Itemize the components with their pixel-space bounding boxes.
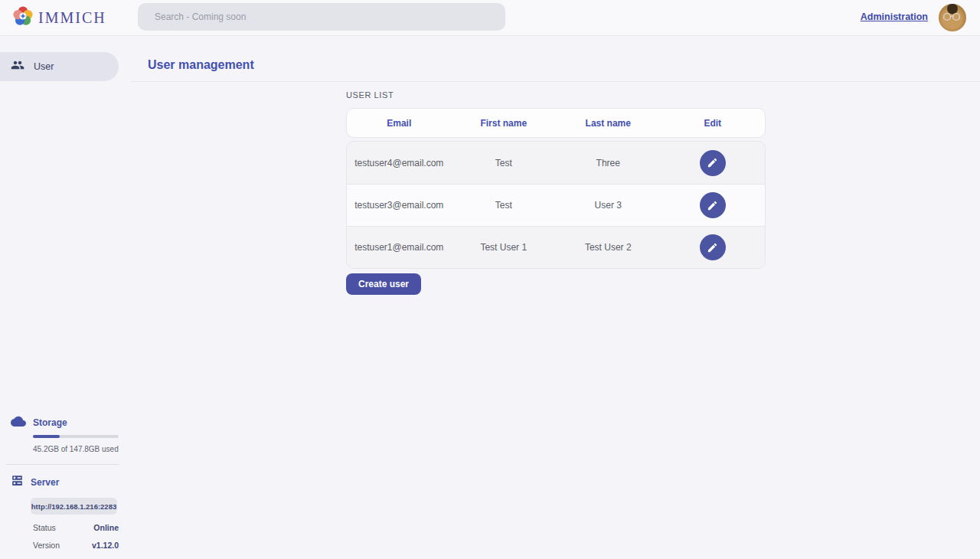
top-bar: IMMICH Administration <box>0 0 980 36</box>
status-label: Status <box>33 523 56 532</box>
cell-last-name: User 3 <box>556 200 661 211</box>
sidebar-item-user[interactable]: User <box>0 52 119 81</box>
column-header-last-name: Last name <box>556 118 661 129</box>
table-header-row: Email First name Last name Edit <box>346 108 766 138</box>
cell-last-name: Test User 2 <box>556 242 661 253</box>
cell-email: testuser1@email.com <box>347 242 452 253</box>
server-section-header: Server <box>0 474 119 490</box>
glasses-icon <box>942 12 963 21</box>
edit-user-button[interactable] <box>700 192 726 218</box>
version-value: v1.12.0 <box>92 541 119 550</box>
users-group-icon <box>11 58 24 75</box>
server-status-row: Status Online <box>33 523 119 532</box>
administration-link[interactable]: Administration <box>861 11 928 22</box>
server-title: Server <box>31 477 59 488</box>
cloud-icon <box>11 415 26 430</box>
server-version-row: Version v1.12.0 <box>33 541 119 550</box>
column-header-edit: Edit <box>661 118 766 129</box>
pencil-icon <box>707 200 718 211</box>
table-row: testuser4@email.comTestThree <box>347 142 765 184</box>
page-title: User management <box>148 58 254 72</box>
server-url-chip: http://192.168.1.216:2283 <box>31 498 117 515</box>
immich-logo[interactable]: IMMICH <box>12 5 106 30</box>
table-body: testuser4@email.comTestThreetestuser3@em… <box>346 141 766 269</box>
status-value: Online <box>93 523 119 532</box>
pencil-icon <box>707 242 718 253</box>
server-icon <box>11 474 24 490</box>
table-row: testuser3@email.comTestUser 3 <box>347 184 765 226</box>
version-label: Version <box>33 541 60 550</box>
table-row: testuser1@email.comTest User 1Test User … <box>347 226 765 268</box>
user-avatar[interactable] <box>939 4 966 31</box>
column-header-email: Email <box>347 118 452 129</box>
cell-first-name: Test <box>452 200 557 211</box>
create-user-button[interactable]: Create user <box>346 273 421 295</box>
cell-email: testuser3@email.com <box>347 200 452 211</box>
edit-user-button[interactable] <box>700 234 726 260</box>
immich-flower-icon <box>12 5 34 30</box>
sidebar-item-label: User <box>34 61 54 72</box>
user-list-label: USER LIST <box>346 90 394 100</box>
immich-app: IMMICH Administration User <box>0 0 980 559</box>
sidebar-footer: Storage 45.2GB of 147.8GB used Server ht… <box>0 415 119 550</box>
main-content: User management USER LIST Email First na… <box>131 36 980 559</box>
cell-email: testuser4@email.com <box>347 158 452 168</box>
storage-title: Storage <box>33 417 67 428</box>
edit-user-button[interactable] <box>700 150 726 176</box>
cell-first-name: Test User 1 <box>452 242 557 253</box>
sidebar: User Storage 45.2GB of 147.8GB used <box>0 36 131 559</box>
storage-progress-bar <box>33 435 119 438</box>
storage-progress-fill <box>33 435 60 438</box>
cell-edit <box>661 192 766 218</box>
sidebar-divider <box>6 464 119 465</box>
storage-section-header: Storage <box>0 415 119 430</box>
brand-wordmark: IMMICH <box>38 9 106 27</box>
cell-first-name: Test <box>452 158 557 168</box>
storage-usage-text: 45.2GB of 147.8GB used <box>33 445 119 453</box>
cell-last-name: Three <box>556 158 661 168</box>
user-table: Email First name Last name Edit testuser… <box>346 108 766 269</box>
pencil-icon <box>707 157 718 168</box>
cell-edit <box>661 234 766 260</box>
search-input[interactable] <box>138 3 505 31</box>
column-header-first-name: First name <box>452 118 557 129</box>
cell-edit <box>661 150 766 176</box>
title-divider <box>131 81 980 82</box>
